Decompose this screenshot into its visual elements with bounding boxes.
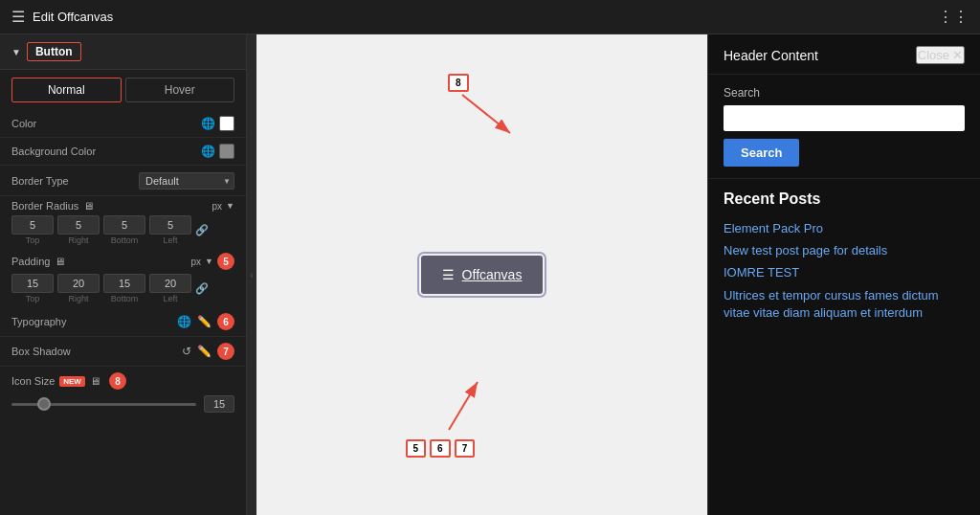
bg-color-row: Background Color 🌐 [0, 138, 246, 166]
padding-unit-arrow[interactable]: ▼ [205, 257, 213, 266]
canvas-badge-8: 8 [448, 74, 469, 92]
typography-label: Typography [11, 316, 66, 327]
border-radius-unit-arrow[interactable]: ▼ [226, 201, 234, 211]
padding-top[interactable] [11, 274, 54, 293]
border-radius-label: Border Radius [11, 200, 78, 212]
close-button[interactable]: Close ✕ [916, 46, 965, 64]
badge-8-left: 8 [109, 372, 126, 390]
section-arrow-icon: ▼ [11, 47, 21, 57]
color-globe-icon[interactable]: 🌐 [201, 117, 215, 130]
bg-color-swatch[interactable] [219, 144, 234, 159]
padding-label: Padding [11, 256, 50, 267]
recent-posts-title: Recent Posts [724, 190, 965, 208]
typography-edit-icon[interactable]: ✏️ [197, 315, 212, 328]
badge-5: 5 [217, 253, 234, 270]
padding-chain-icon[interactable]: 🔗 [195, 282, 209, 295]
icon-size-label: Icon Size [11, 375, 55, 387]
search-input[interactable] [724, 105, 965, 131]
main-layout: ▼ Button Normal Hover Color 🌐 Background… [0, 34, 980, 515]
border-radius-monitor-icon[interactable]: 🖥 [83, 200, 94, 212]
border-radius-right[interactable] [57, 215, 100, 235]
icon-size-section: Icon Size NEW 🖥 8 [0, 367, 246, 416]
box-shadow-refresh-icon[interactable]: ↺ [182, 345, 191, 358]
collapse-handle[interactable]: ‹ [247, 34, 256, 515]
icon-size-value[interactable] [204, 395, 234, 413]
svg-line-3 [449, 382, 478, 430]
padding-bottom-label: Bottom [111, 294, 139, 303]
border-radius-unit: px [212, 201, 223, 212]
grid-icon[interactable]: ⋮⋮ [938, 8, 969, 26]
canvas-area: 8 ☰ Offcanvas [256, 34, 707, 515]
button-menu-icon: ☰ [442, 267, 455, 282]
tab-hover[interactable]: Hover [125, 78, 235, 102]
border-type-label: Border Type [11, 175, 69, 187]
right-panel: Header Content Close ✕ Search Search Rec… [707, 34, 980, 515]
border-type-row: Border Type Default Solid Dashed Dotted … [0, 166, 246, 196]
recent-post-1[interactable]: New test post page for details [724, 239, 965, 261]
top-bar: ☰ Edit Offcanvas ⋮⋮ [0, 0, 980, 34]
color-label: Color [11, 118, 36, 129]
arrow-567-svg [425, 377, 521, 435]
state-tabs: Normal Hover [0, 70, 246, 110]
recent-posts-section: Recent Posts Element Pack Pro New test p… [708, 179, 980, 337]
typography-row: Typography 🌐 ✏️ 6 [0, 307, 246, 337]
border-radius-top[interactable] [11, 215, 54, 235]
right-search-section: Search Search [708, 75, 980, 179]
border-radius-top-label: Top [26, 235, 40, 245]
button-text: Offcanvas [462, 267, 523, 282]
search-button[interactable]: Search [724, 139, 799, 167]
badge-7: 7 [217, 343, 234, 360]
padding-top-label: Top [26, 294, 40, 303]
padding-left[interactable] [149, 274, 191, 293]
offcanvas-button[interactable]: ☰ Offcanvas [421, 256, 544, 294]
svg-line-1 [462, 95, 510, 133]
recent-post-0[interactable]: Element Pack Pro [724, 217, 965, 239]
border-radius-left-label: Left [163, 235, 177, 245]
box-shadow-label: Box Shadow [11, 346, 71, 357]
badge-6: 6 [217, 313, 234, 330]
border-radius-section: Border Radius 🖥 px ▼ Top Right [0, 196, 246, 249]
padding-section: Padding 🖥 px ▼ 5 Top Right [0, 249, 246, 307]
padding-right[interactable] [57, 274, 100, 293]
border-radius-chain-icon[interactable]: 🔗 [195, 224, 209, 236]
border-radius-bottom-label: Bottom [111, 235, 139, 245]
right-panel-title: Header Content [724, 48, 818, 63]
section-header[interactable]: ▼ Button [0, 34, 246, 70]
color-swatch[interactable] [219, 116, 234, 131]
right-panel-header: Header Content Close ✕ [708, 34, 980, 75]
bg-color-label: Background Color [11, 146, 96, 157]
typography-globe-icon[interactable]: 🌐 [177, 315, 191, 328]
icon-size-monitor-icon[interactable]: 🖥 [90, 375, 100, 387]
recent-post-2[interactable]: IOMRE TEST [724, 261, 965, 283]
arrow-8-svg [457, 90, 534, 147]
canvas-button-container: ☰ Offcanvas [421, 256, 544, 294]
left-panel: ▼ Button Normal Hover Color 🌐 Background… [0, 34, 247, 515]
padding-unit: px [191, 257, 202, 267]
border-type-select[interactable]: Default Solid Dashed Dotted None [139, 172, 234, 190]
tab-normal[interactable]: Normal [11, 78, 122, 102]
recent-post-3[interactable]: Ultrices et tempor cursus fames dictum v… [724, 283, 965, 325]
border-radius-bottom[interactable] [103, 215, 145, 235]
box-shadow-edit-icon[interactable]: ✏️ [197, 345, 212, 358]
canvas-badge-5: 5 [406, 439, 427, 458]
close-label: Close [918, 48, 949, 62]
hamburger-icon[interactable]: ☰ [11, 8, 25, 26]
close-x-icon: ✕ [952, 48, 963, 62]
box-shadow-row: Box Shadow ↺ ✏️ 7 [0, 337, 246, 367]
padding-right-label: Right [68, 294, 88, 303]
icon-size-slider[interactable] [11, 403, 196, 406]
search-label: Search [724, 86, 965, 100]
canvas-badge-6: 6 [430, 439, 451, 458]
canvas-badge-7: 7 [455, 439, 476, 458]
border-radius-left[interactable] [149, 215, 191, 235]
padding-left-label: Left [163, 294, 177, 303]
new-badge: NEW [59, 376, 85, 387]
section-label: Button [27, 42, 81, 61]
topbar-title: Edit Offcanvas [33, 10, 113, 24]
border-radius-right-label: Right [68, 235, 88, 245]
padding-monitor-icon[interactable]: 🖥 [55, 256, 65, 267]
padding-bottom[interactable] [103, 274, 145, 293]
bg-color-globe-icon[interactable]: 🌐 [201, 145, 215, 158]
color-row: Color 🌐 [0, 110, 246, 138]
